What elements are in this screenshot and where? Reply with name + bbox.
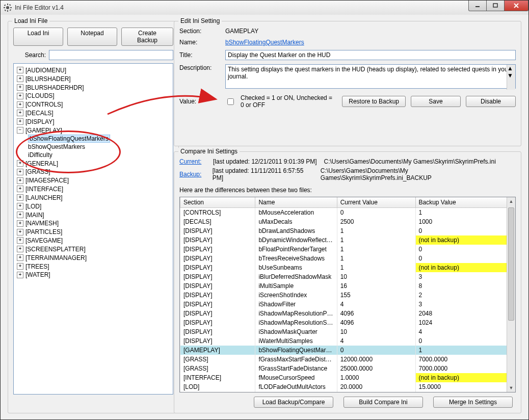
- expand-icon[interactable]: +: [17, 160, 23, 167]
- tree-node[interactable]: −[GAMEPLAY]: [15, 126, 172, 135]
- tree-node[interactable]: +[IMAGESPACE]: [15, 176, 172, 185]
- minimize-button[interactable]: [468, 1, 487, 11]
- ini-tree[interactable]: +[AUDIOMENU]+[BLURSHADER]+[BLURSHADERHDR…: [13, 63, 173, 395]
- build-compare-ini-button[interactable]: Build Compare Ini: [343, 397, 423, 408]
- col-name[interactable]: Name: [255, 197, 337, 208]
- table-row[interactable]: [DISPLAY]bFloatPointRenderTarget10: [180, 245, 507, 254]
- expand-icon[interactable]: +: [17, 110, 23, 116]
- close-button[interactable]: [504, 1, 528, 11]
- tree-node[interactable]: +[MAIN]: [15, 211, 172, 219]
- tree-node[interactable]: +[GRASS]: [15, 167, 172, 176]
- restore-button[interactable]: Restore to Backup: [342, 96, 406, 107]
- tree-node[interactable]: +[TREES]: [15, 262, 172, 271]
- table-row[interactable]: [GRASS]fGrassMaxStartFadeDistance12000.0…: [180, 355, 507, 364]
- tree-node[interactable]: +[GENERAL]: [15, 159, 172, 168]
- description-input[interactable]: [225, 64, 516, 89]
- table-row[interactable]: [DISPLAY]iShadowMapResolutionSec...40961…: [180, 318, 507, 327]
- expand-icon[interactable]: +: [17, 186, 23, 192]
- table-row[interactable]: [INTERFACE]fMouseCursorSpeed1.0000(not i…: [180, 373, 507, 382]
- expand-icon[interactable]: +: [17, 93, 23, 99]
- col-section[interactable]: Section: [180, 197, 255, 208]
- scroll-down-icon[interactable]: ▼: [507, 384, 515, 392]
- merge-in-settings-button[interactable]: Merge In Settings: [433, 397, 513, 408]
- table-row[interactable]: [GRASS]fGrassStartFadeDistance25000.0000…: [180, 364, 507, 373]
- current-link[interactable]: Current:: [179, 158, 206, 165]
- tree-node[interactable]: +[CONTROLS]: [15, 100, 172, 109]
- table-row[interactable]: [DISPLAY]iShadowFilter43: [180, 300, 507, 309]
- expand-icon[interactable]: +: [17, 194, 23, 201]
- tree-node[interactable]: +[DECALS]: [15, 109, 172, 117]
- table-row[interactable]: [DISPLAY]iScreenShotIndex1552: [180, 291, 507, 300]
- table-row[interactable]: [LOD]fLODFadeOutMultItems20.000015.0000: [180, 391, 507, 392]
- tree-node[interactable]: +[BLURSHADER]: [15, 74, 172, 83]
- table-row[interactable]: [DISPLAY]bUseSunbeams1(not in backup): [180, 263, 507, 272]
- tree-node[interactable]: +[SAVEGAME]: [15, 236, 172, 245]
- tree-node[interactable]: +[CLOUDS]: [15, 91, 172, 100]
- table-row[interactable]: [CONTROLS]bMouseAcceleration01: [180, 208, 507, 218]
- table-row[interactable]: [DISPLAY]iShadowMaskQuarter104: [180, 327, 507, 336]
- name-link[interactable]: bShowFloatingQuestMarkers: [225, 39, 304, 46]
- title-input[interactable]: [225, 50, 516, 60]
- titlebar[interactable]: Ini File Editor v1.4: [1, 1, 528, 15]
- expand-icon[interactable]: +: [17, 75, 23, 82]
- table-row[interactable]: [DISPLAY]iMultiSample168: [180, 281, 507, 291]
- expand-icon[interactable]: +: [17, 67, 23, 73]
- search-input[interactable]: [49, 50, 173, 60]
- description-scrollbar[interactable]: ▲▼: [507, 65, 515, 90]
- expand-icon[interactable]: +: [17, 84, 23, 91]
- table-scrollbar[interactable]: ▲ ▼: [507, 197, 515, 392]
- create-backup-button[interactable]: Create Backup: [121, 28, 173, 46]
- tree-node[interactable]: +[INTERFACE]: [15, 185, 172, 193]
- tree-node[interactable]: +[PARTICLES]: [15, 227, 172, 236]
- tree-node[interactable]: +[LAUNCHER]: [15, 193, 172, 202]
- expand-icon[interactable]: +: [17, 177, 23, 184]
- load-backup-compare-button[interactable]: Load Backup/Compare: [254, 397, 333, 408]
- expand-icon[interactable]: +: [17, 246, 23, 252]
- maximize-button[interactable]: [486, 1, 505, 11]
- expand-icon[interactable]: +: [17, 203, 23, 209]
- scroll-thumb[interactable]: [508, 207, 514, 321]
- tree-node[interactable]: +[NAVMESH]: [15, 219, 172, 227]
- table-row[interactable]: [DISPLAY]iBlurDeferredShadowMask103: [180, 272, 507, 281]
- expand-icon[interactable]: +: [17, 101, 23, 108]
- diff-table[interactable]: Section Name Current Value Backup Value …: [180, 197, 507, 392]
- table-row[interactable]: [DISPLAY]bTreesReceiveShadows10: [180, 254, 507, 263]
- expand-icon[interactable]: +: [17, 220, 23, 227]
- table-row[interactable]: [DECALS]uMaxDecals25001000: [180, 217, 507, 226]
- expand-icon[interactable]: +: [17, 272, 23, 278]
- tree-node[interactable]: +[LOD]: [15, 202, 172, 211]
- disable-button[interactable]: Disable: [466, 96, 516, 107]
- tree-node[interactable]: +[DISPLAY]: [15, 117, 172, 126]
- table-row[interactable]: [DISPLAY]iWaterMultiSamples40: [180, 336, 507, 346]
- expand-icon[interactable]: +: [17, 169, 23, 175]
- table-row[interactable]: [LOD]fLODFadeOutMultActors20.000015.0000: [180, 382, 507, 391]
- tree-node[interactable]: +[WATER]: [15, 270, 172, 279]
- value-checkbox[interactable]: [227, 98, 234, 105]
- expand-icon[interactable]: +: [17, 212, 23, 218]
- col-backup[interactable]: Backup Value: [415, 197, 507, 208]
- tree-leaf[interactable]: iDifficulty: [28, 151, 172, 159]
- expand-icon[interactable]: +: [17, 118, 23, 125]
- expand-icon[interactable]: +: [17, 237, 23, 244]
- expand-icon[interactable]: +: [17, 263, 23, 270]
- tree-node[interactable]: +[AUDIOMENU]: [15, 66, 172, 74]
- load-ini-button[interactable]: Load Ini: [13, 28, 63, 46]
- scroll-up-icon[interactable]: ▲: [507, 197, 515, 205]
- tree-leaf[interactable]: bShowFloatingQuestMarkers: [28, 135, 172, 143]
- tree-node[interactable]: +[TERRAINMANAGER]: [15, 253, 172, 262]
- table-row[interactable]: [DISPLAY]bDynamicWindowReflections1(not …: [180, 235, 507, 245]
- table-row[interactable]: [DISPLAY]iShadowMapResolutionPrim...4096…: [180, 309, 507, 318]
- tree-node[interactable]: +[BLURSHADERHDR]: [15, 83, 172, 92]
- col-current[interactable]: Current Value: [337, 197, 415, 208]
- tree-leaf[interactable]: bShowQuestMarkers: [28, 143, 172, 151]
- tree-node[interactable]: +[SCREENSPLATTER]: [15, 245, 172, 253]
- table-cell: 10: [337, 272, 415, 281]
- table-row[interactable]: [GAMEPLAY]bShowFloatingQuestMarkers01: [180, 346, 507, 355]
- table-row[interactable]: [DISPLAY]bDrawLandShadows10: [180, 226, 507, 235]
- notepad-button[interactable]: Notepad: [67, 28, 117, 46]
- expand-icon[interactable]: +: [17, 254, 23, 261]
- expand-icon[interactable]: −: [17, 127, 23, 134]
- save-button[interactable]: Save: [411, 96, 461, 107]
- expand-icon[interactable]: +: [17, 229, 23, 235]
- backup-link[interactable]: Backup:: [179, 171, 205, 178]
